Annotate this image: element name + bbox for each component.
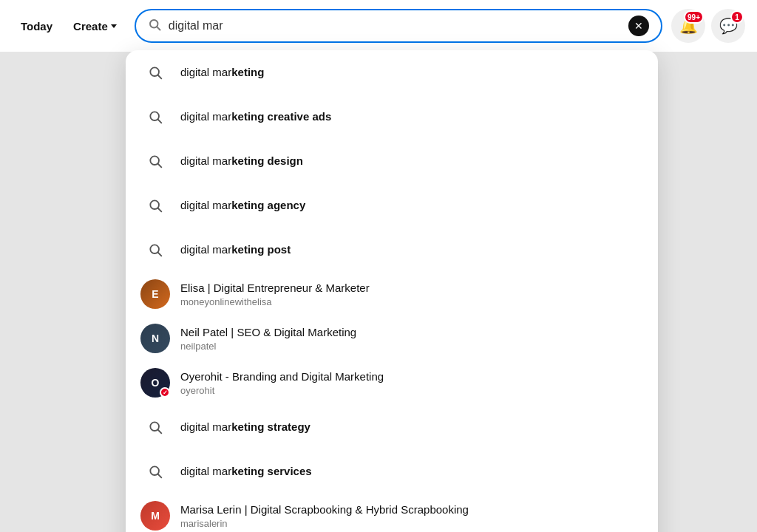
svg-line-13 (158, 430, 162, 434)
profile-username: moneyonlinewithelisa (180, 296, 370, 307)
messages-button[interactable]: 💬 1 (711, 9, 745, 43)
suggestion-text: digital marketing strategy (180, 420, 310, 434)
search-suggestion-icon (140, 191, 170, 220)
suggestion-text: digital marketing agency (180, 198, 305, 213)
list-item[interactable]: M Marisa Lerin | Digital Scrapbooking & … (126, 494, 658, 532)
search-suggestion-icon (140, 146, 170, 176)
svg-line-9 (158, 208, 162, 212)
search-suggestion-icon (140, 58, 170, 87)
header-left: Today Create (12, 14, 126, 38)
suggestion-text: digital marketing services (180, 464, 312, 479)
create-label: Create (73, 20, 108, 33)
svg-line-15 (158, 474, 162, 478)
suggestion-text: digital marketing (180, 65, 264, 80)
profile-name: Neil Patel | SEO & Digital Marketing (180, 325, 356, 340)
search-suggestion-icon (140, 102, 170, 132)
avatar: O ✓ (140, 368, 170, 398)
search-dropdown: digital marketing digital marketing crea… (126, 50, 658, 532)
chevron-down-icon (111, 24, 117, 28)
avatar: M (140, 501, 170, 531)
clear-icon: ✕ (634, 20, 643, 32)
create-button[interactable]: Create (64, 14, 126, 38)
list-item[interactable]: digital marketing creative ads (126, 95, 658, 139)
search-input[interactable] (169, 19, 628, 33)
list-item[interactable]: digital marketing (126, 50, 658, 95)
svg-line-7 (158, 164, 162, 168)
suggestion-text: digital marketing creative ads (180, 109, 331, 124)
svg-line-3 (158, 75, 162, 79)
avatar: N (140, 324, 170, 353)
list-item[interactable]: O ✓ Oyerohit - Branding and Digital Mark… (126, 361, 658, 405)
search-input-wrapper: ✕ (135, 9, 662, 43)
search-icon (148, 18, 161, 34)
profile-username: neilpatel (180, 341, 356, 352)
list-item[interactable]: digital marketing strategy (126, 405, 658, 449)
list-item[interactable]: digital marketing post (126, 228, 658, 272)
list-item[interactable]: digital marketing agency (126, 183, 658, 228)
profile-name: Marisa Lerin | Digital Scrapbooking & Hy… (180, 502, 469, 517)
clear-button[interactable]: ✕ (628, 16, 649, 36)
svg-line-1 (157, 27, 160, 30)
today-button[interactable]: Today (12, 14, 61, 38)
profile-username: marisalerin (180, 518, 469, 529)
profile-name: Oyerohit - Branding and Digital Marketin… (180, 369, 384, 384)
list-item[interactable]: digital marketing design (126, 139, 658, 183)
list-item[interactable]: N Neil Patel | SEO & Digital Marketing n… (126, 316, 658, 361)
profile-name: Elisa | Digital Entrepreneur & Marketer (180, 281, 370, 296)
list-item[interactable]: E Elisa | Digital Entrepreneur & Markete… (126, 272, 658, 316)
search-suggestion-icon (140, 235, 170, 265)
profile-info: Elisa | Digital Entrepreneur & Marketer … (180, 281, 370, 307)
search-container: ✕ (135, 9, 662, 43)
search-suggestion-icon (140, 412, 170, 442)
svg-line-5 (158, 120, 162, 123)
avatar: E (140, 279, 170, 309)
header: Today Create ✕ 🔔 99+ 💬 1 (0, 0, 757, 52)
profile-info: Oyerohit - Branding and Digital Marketin… (180, 369, 384, 396)
suggestion-text: digital marketing post (180, 242, 291, 257)
notifications-button[interactable]: 🔔 99+ (671, 9, 705, 43)
suggestion-text: digital marketing design (180, 154, 303, 168)
messages-badge: 1 (730, 10, 744, 24)
search-suggestion-icon (140, 457, 170, 486)
profile-username: oyerohit (180, 385, 384, 396)
list-item[interactable]: digital marketing services (126, 449, 658, 494)
notifications-badge: 99+ (684, 10, 704, 24)
header-right: 🔔 99+ 💬 1 (671, 9, 745, 43)
svg-line-11 (158, 253, 162, 256)
profile-info: Marisa Lerin | Digital Scrapbooking & Hy… (180, 502, 469, 529)
profile-info: Neil Patel | SEO & Digital Marketing nei… (180, 325, 356, 352)
